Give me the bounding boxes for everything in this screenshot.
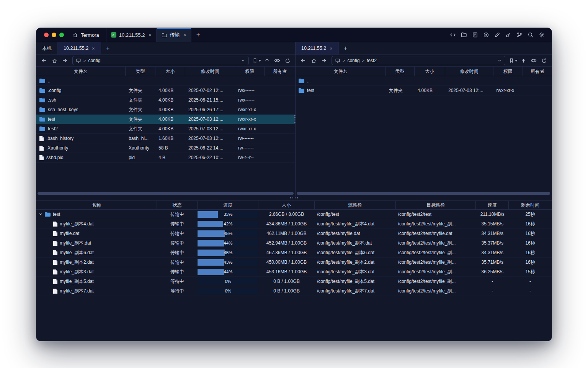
transfer-column-header[interactable]: 名称 [36, 201, 157, 209]
transfer-row[interactable]: myfile.dat传输中45%462.11MB / 1.00GB/config… [36, 229, 552, 238]
log-button[interactable] [470, 30, 480, 39]
transfer-column-header[interactable]: 剩余时间 [509, 201, 552, 209]
show-hidden-button[interactable] [529, 56, 538, 65]
transfer-column-header[interactable]: 状态 [157, 201, 198, 209]
file-column-header[interactable]: 所有者 [265, 67, 295, 76]
splitter-grip-icon[interactable] [289, 197, 299, 200]
home-button[interactable] [50, 56, 59, 65]
transfer-column-header[interactable]: 目标路径 [396, 201, 476, 209]
pane-tab[interactable]: 本机 [36, 42, 58, 54]
file-column-header[interactable]: 文件名 [296, 67, 386, 76]
close-tab-icon[interactable]: × [92, 46, 95, 51]
path-bar[interactable]: >config>test2 [332, 56, 505, 65]
show-hidden-button[interactable] [273, 56, 282, 65]
refresh-button[interactable] [283, 56, 292, 65]
transfer-column-header[interactable]: 大小 [258, 201, 315, 209]
transfer-row[interactable]: myfile_副本7.dat等待中0%0 B / 1.00GB/config/t… [36, 286, 552, 296]
path-bar[interactable]: >config [72, 56, 249, 65]
file-row[interactable]: .. [296, 76, 552, 86]
transfer-column-header[interactable]: 速度 [476, 201, 509, 209]
transfer-row[interactable]: myfile_副本2.dat传输中43%450.00MB / 1.00GB/co… [36, 258, 552, 267]
file-row[interactable]: test2文件夹4.00KB2025-07-03 12:...rwxr-xr-x [36, 124, 295, 134]
keys-button[interactable] [504, 30, 513, 39]
file-row[interactable]: .bash_historybash_hi...1.60KB2025-07-03 … [36, 134, 295, 143]
bookmark-button[interactable] [252, 56, 261, 65]
transfer-row[interactable]: myfile_副本6.dat传输中45%467.36MB / 1.00GB/co… [36, 248, 552, 258]
file-column-header[interactable]: 修改时间 [445, 67, 493, 76]
folder-button[interactable] [459, 30, 469, 39]
record-button[interactable] [482, 30, 491, 39]
file-column-header[interactable]: 大小 [155, 67, 185, 76]
pane-tab[interactable]: 10.211.55.2× [58, 42, 101, 54]
transfer-row[interactable]: myfile_副本3.dat传输中44%453.16MB / 1.00GB/co… [36, 267, 552, 277]
close-window-button[interactable] [44, 33, 49, 37]
transfer-size: 462.11MB / 1.00GB [258, 229, 315, 238]
app-home-button[interactable]: Termora [69, 28, 106, 42]
branch-button[interactable] [515, 30, 524, 39]
transfer-row[interactable]: myfile_副本4.dat传输中42%434.86MB / 1.00GB/co… [36, 219, 552, 229]
file-row[interactable]: .ssh文件夹4.00KB2025-06-21 15:...rwx------ [36, 95, 295, 105]
pane-tab[interactable]: 10.211.55.2× [296, 42, 339, 54]
tab-host[interactable]: 10.211.55.2 × [106, 28, 157, 42]
maximize-window-button[interactable] [59, 33, 64, 37]
breadcrumb-segment[interactable]: test2 [367, 58, 377, 63]
new-tab-button[interactable]: + [191, 28, 205, 42]
refresh-button[interactable] [539, 56, 549, 65]
forward-button[interactable] [319, 56, 328, 65]
horizontal-scrollbar[interactable] [38, 192, 294, 195]
transfer-column-header[interactable]: 源路径 [315, 201, 396, 209]
transfer-splitter[interactable] [36, 196, 552, 200]
file-column-header[interactable]: 类型 [386, 67, 415, 76]
home-button[interactable] [309, 56, 318, 65]
bookmark-button[interactable] [508, 56, 518, 65]
tab-transfer[interactable]: 传输 × [157, 28, 191, 42]
transfer-speed: 35.37MB/s [476, 238, 509, 248]
minimize-window-button[interactable] [52, 33, 56, 37]
edit-button[interactable] [493, 30, 502, 39]
transfer-target-path: /config/test2/test/myfile.dat [396, 229, 476, 238]
file-table-header: 文件名类型大小修改时间权限所有者 [296, 67, 552, 76]
transfer-row[interactable]: myfile_副本5.dat等待中0%0 B / 1.00GB/config/t… [36, 277, 552, 286]
settings-button[interactable] [537, 30, 546, 39]
transfer-row[interactable]: myfile_副本.dat传输中44%452.94MB / 1.00GB/con… [36, 238, 552, 248]
chevron-down-icon[interactable] [241, 58, 245, 63]
file-column-header[interactable]: 权限 [235, 67, 265, 76]
breadcrumb-segment[interactable]: config [347, 58, 359, 63]
scrollbar-thumb[interactable] [38, 192, 294, 195]
search-button[interactable] [526, 30, 535, 39]
file-column-header[interactable]: 修改时间 [185, 67, 235, 76]
close-tab-icon[interactable]: × [330, 46, 333, 51]
close-tab-icon[interactable]: × [183, 32, 186, 38]
horizontal-scrollbar[interactable] [297, 192, 550, 195]
file-row[interactable]: .config文件夹4.00KB2025-07-02 12:...rwx----… [36, 86, 295, 95]
progress-bar: 44% [198, 240, 258, 246]
code-button[interactable] [448, 30, 457, 39]
new-pane-tab-button[interactable]: + [101, 42, 115, 54]
forward-button[interactable] [60, 56, 69, 65]
file-row[interactable]: .XauthorityXauthority58 B2025-06-22 14:.… [36, 143, 295, 153]
back-button[interactable] [299, 56, 308, 65]
file-row[interactable]: sshd.pidpid4 B2025-06-22 10:...rw-r--r-- [36, 153, 295, 163]
file-column-header[interactable]: 大小 [415, 67, 446, 76]
scrollbar-thumb[interactable] [297, 192, 550, 195]
breadcrumb-segment[interactable]: config [88, 58, 100, 63]
file-column-header[interactable]: 文件名 [36, 67, 126, 76]
upload-button[interactable] [519, 56, 528, 65]
file-column-header[interactable]: 权限 [493, 67, 523, 76]
file-column-header[interactable]: 所有者 [523, 67, 552, 76]
file-row[interactable]: test文件夹4.00KB2025-07-03 12:...rwxr-xr-x [36, 115, 295, 124]
new-pane-tab-button[interactable]: + [339, 42, 353, 54]
file-row[interactable]: .. [36, 76, 295, 86]
file-row[interactable]: ssh_host_keys文件夹4.00KB2025-06-26 17:...r… [36, 105, 295, 115]
close-tab-icon[interactable]: × [148, 32, 151, 38]
back-button[interactable] [39, 56, 49, 65]
chevron-down-icon[interactable] [497, 58, 502, 63]
transfer-column-header[interactable]: 进度 [198, 201, 258, 209]
file-column-header[interactable]: 类型 [126, 67, 155, 76]
file-row[interactable]: test文件夹4.00KB2025-07-03 12:...rwxr-xr-x [296, 86, 552, 95]
transfer-row[interactable]: test传输中33%2.66GB / 8.00GB/config/test/co… [36, 210, 552, 219]
collapse-chevron-icon[interactable] [39, 212, 42, 216]
upload-button[interactable] [262, 56, 271, 65]
folder-icon [39, 117, 45, 122]
file-cell [235, 76, 265, 85]
